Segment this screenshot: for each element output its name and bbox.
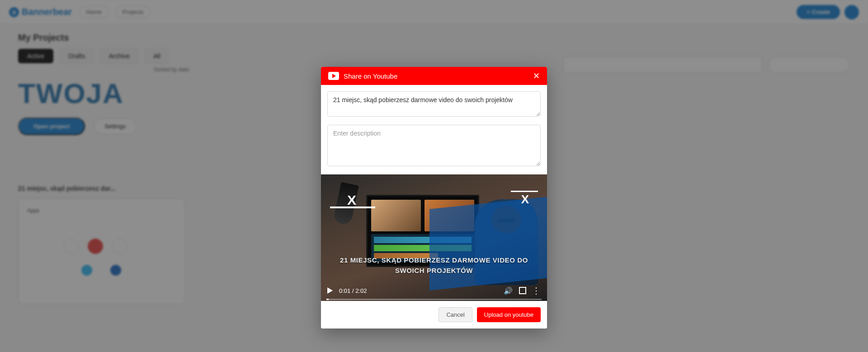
video-title-input[interactable] [327,91,541,117]
modal-header: Share on Youtube ✕ [321,67,547,85]
fullscreen-icon[interactable] [519,287,526,294]
play-icon[interactable] [327,287,333,294]
cancel-button[interactable]: Cancel [439,307,472,322]
more-icon[interactable]: ⋯ [532,286,541,295]
volume-icon[interactable]: 🔊 [504,286,513,295]
video-description-input[interactable] [327,125,541,166]
modal-body: X X 21 MIEJSC, SKĄD POBIERZESZ DARMOWE V… [321,85,547,301]
video-overlay-text: 21 MIEJSC, SKĄD POBIERZESZ DARMOWE VIDEO… [321,255,547,276]
modal-footer: Cancel Upload on youtube [321,301,547,329]
close-icon[interactable]: ✕ [533,71,540,81]
youtube-icon [328,72,339,80]
upload-button[interactable]: Upload on youtube [477,307,541,322]
video-controls: 0:01 / 2:02 🔊 ⋯ [321,280,547,301]
video-time: 0:01 / 2:02 [339,287,367,294]
video-progress[interactable] [326,299,542,300]
modal-title: Share on Youtube [344,72,397,80]
preview-band [429,194,547,291]
video-progress-fill [326,299,329,300]
x-mark-left: X [347,192,356,208]
video-preview[interactable]: X X 21 MIEJSC, SKĄD POBIERZESZ DARMOWE V… [321,174,547,301]
x-mark-right: X [521,192,529,207]
share-youtube-modal: Share on Youtube ✕ X X 21 MIEJ [321,67,547,329]
